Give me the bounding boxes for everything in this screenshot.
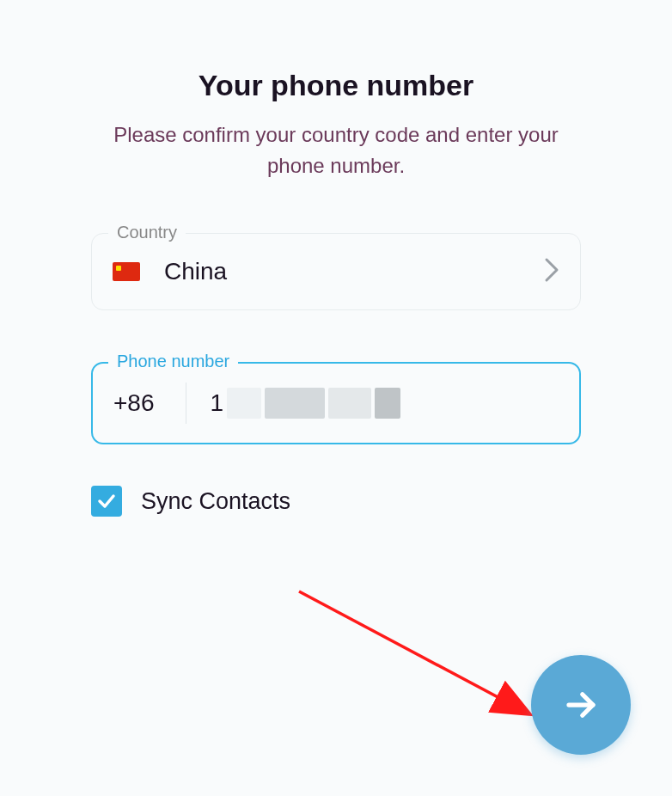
country-label: Country xyxy=(108,223,186,242)
phone-number-input[interactable]: 1 xyxy=(186,383,559,424)
redacted-phone xyxy=(227,388,400,419)
phone-input-box[interactable]: +86 1 xyxy=(91,362,581,444)
china-flag-icon xyxy=(113,262,140,281)
chevron-right-icon xyxy=(544,257,559,286)
svg-line-1 xyxy=(299,591,528,713)
sync-contacts-label: Sync Contacts xyxy=(141,488,290,515)
arrow-right-icon xyxy=(563,687,599,723)
phone-leading-digit: 1 xyxy=(211,389,224,417)
country-name: China xyxy=(164,258,544,285)
dial-code: +86 xyxy=(113,383,186,424)
page-title: Your phone number xyxy=(199,69,473,102)
annotation-arrow-icon xyxy=(292,585,559,756)
country-field: Country China xyxy=(91,233,581,310)
sync-contacts-row: Sync Contacts xyxy=(91,486,581,517)
next-button[interactable] xyxy=(531,655,631,755)
phone-field: Phone number +86 1 xyxy=(91,362,581,444)
phone-label: Phone number xyxy=(108,352,238,371)
country-selector[interactable]: China xyxy=(91,233,581,310)
sync-contacts-checkbox[interactable] xyxy=(91,486,122,517)
page-subtitle: Please confirm your country code and ent… xyxy=(113,119,559,181)
